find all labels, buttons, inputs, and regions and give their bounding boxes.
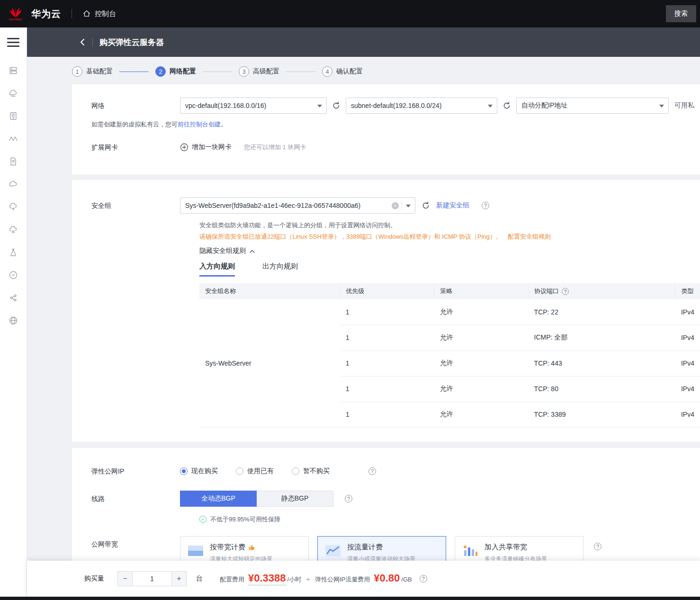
hint-text: 如需创建新的虚拟私有云，您可 (91, 121, 178, 128)
protocol-cell: TCP: 22 (529, 299, 675, 325)
vpc-select[interactable]: vpc-default(192.168.0.0/16) (180, 98, 327, 114)
hide-rules-toggle[interactable]: 隐藏安全组规则 (199, 247, 700, 255)
radio-icon (236, 467, 243, 475)
decrease-button[interactable] (117, 571, 133, 586)
sidebar-nav: IP (9, 66, 18, 325)
configure-rules-link[interactable]: 配置安全组规则 (508, 233, 551, 240)
new-security-group-link[interactable]: 新建安全组 (436, 201, 469, 210)
priority-cell: 1 (340, 376, 434, 402)
globe-icon[interactable] (9, 316, 18, 325)
quantity-input[interactable] (133, 571, 171, 586)
type-cell: IPv4 (675, 299, 700, 325)
config-fee-label: 配置费用 (220, 575, 244, 584)
wave-icon[interactable] (9, 134, 18, 143)
plus-circle-icon (180, 143, 188, 152)
step-1-circle: 1 (72, 66, 82, 77)
bandwidth-help-icon[interactable] (594, 543, 601, 550)
seg-dynamic-bgp[interactable]: 全动态BGP (180, 491, 257, 507)
svg-text:IP: IP (12, 274, 15, 277)
protocol-cell: TCP: 443 (529, 350, 675, 376)
protocol-help-icon[interactable] (562, 288, 569, 295)
step-network[interactable]: 2 网络配置 (155, 66, 196, 77)
security-group-select[interactable]: Sys-WebServer(fd9a9ab2-a1e1-46ec-912a-06… (180, 197, 415, 214)
purchase-bar: 购买量 台 配置费用 ¥0.3388 /小时 + 弹性公网IP流量费用 ¥0.8… (27, 561, 700, 597)
header-divider (92, 38, 93, 46)
cloud-dots-icon[interactable] (9, 89, 18, 98)
traffic-fee-label: 弹性公网IP流量费用 (315, 575, 370, 584)
refresh-subnet-icon[interactable] (502, 101, 512, 110)
security-card: 安全组 Sys-WebServer(fd9a9ab2-a1e1-46ec-912… (72, 180, 700, 442)
bw-card-shared[interactable]: 加入共享带宽 多业务流量错峰分布场景 (455, 536, 583, 561)
fee-help-icon[interactable] (420, 575, 427, 582)
bw-card-bandwidth[interactable]: 按带宽计费 流量较大或较稳定的场景 (180, 536, 309, 561)
bw-title: 加入共享带宽 (485, 543, 527, 552)
document-icon[interactable] (9, 157, 18, 166)
chevron-down-icon (488, 105, 493, 107)
radio-use-existing[interactable]: 使用已有 (236, 467, 274, 475)
cloud-upload-icon[interactable] (9, 202, 18, 212)
console-create-link[interactable]: 前往控制台创建 (178, 121, 221, 128)
clear-icon[interactable] (392, 202, 399, 209)
eip-help-icon[interactable] (368, 467, 376, 475)
hint-period: 。 (221, 121, 227, 128)
bgp-segmented: 全动态BGP 静态BGP (180, 491, 333, 507)
server-icon[interactable] (9, 111, 18, 121)
step-line (286, 72, 315, 72)
seg-static-bgp[interactable]: 静态BGP (257, 491, 333, 507)
menu-icon[interactable] (7, 38, 19, 47)
refresh-vpc-icon[interactable] (332, 101, 341, 110)
ip-assign-select[interactable]: 自动分配IP地址 (516, 98, 669, 114)
step-4-label: 确认配置 (336, 67, 363, 76)
vpc-value: vpc-default(192.168.0.0/16) (185, 102, 313, 109)
huawei-logo[interactable]: HUAWEI (5, 7, 27, 21)
bandwidth-options: 按带宽计费 流量较大或较稳定的场景 按流量计费 流量小或流量波动较大场景 (180, 536, 583, 561)
step-basic[interactable]: 1 基础配置 (72, 66, 113, 77)
radio-buy-now[interactable]: 现在购买 (180, 467, 218, 475)
eip-options: 现在购买 使用已有 暂不购买 (180, 463, 376, 479)
priority-cell: 1 (340, 325, 434, 350)
select-divider (402, 202, 402, 210)
console-link[interactable]: 控制台 (82, 9, 116, 18)
console-label: 控制台 (95, 9, 116, 18)
radio-not-now[interactable]: 暂不购买 (292, 467, 330, 475)
radio-icon (180, 467, 188, 475)
step-3-label: 高级配置 (253, 67, 279, 76)
bw-card-traffic[interactable]: 按流量计费 流量小或流量波动较大场景 (317, 536, 446, 561)
protocol-cell: ICMP: 全部 (529, 325, 675, 350)
add-nic-button[interactable]: 增加一块网卡 (180, 139, 232, 155)
ip-icon[interactable]: IP (9, 270, 18, 280)
server-stack-icon[interactable] (9, 66, 18, 75)
bw-desc: 多业务流量错峰分布场景 (485, 555, 547, 561)
eip-card: 弹性公网IP 现在购买 使用已有 暂不购买 线路 (72, 448, 700, 561)
type-cell: IPv4 (675, 402, 700, 427)
line-help-icon[interactable] (345, 495, 352, 502)
flask-icon[interactable] (9, 248, 18, 257)
col-type: 类型 (675, 283, 700, 299)
increase-button[interactable] (171, 571, 187, 586)
subnet-select[interactable]: subnet-default(192.168.0.0/24) (346, 98, 497, 114)
tab-outbound[interactable]: 出方向规则 (262, 262, 298, 277)
cloud-icon[interactable] (9, 179, 18, 189)
security-help-icon[interactable] (482, 202, 489, 209)
nic-hint: 您还可以增加 1 块网卡 (244, 139, 306, 155)
policy-cell: 允许 (434, 299, 529, 325)
availability-text: 不低于99.95%可用性保障 (210, 515, 280, 524)
step-advanced[interactable]: 3 高级配置 (239, 66, 279, 77)
search-button[interactable]: 搜索 (666, 5, 696, 22)
brand-name[interactable]: 华为云 (31, 8, 61, 20)
col-policy: 策略 (434, 283, 529, 299)
back-icon[interactable] (79, 38, 86, 46)
share-nodes-icon[interactable] (9, 293, 18, 303)
step-confirm[interactable]: 4 确认配置 (322, 66, 363, 77)
cloud-node-icon[interactable] (9, 225, 18, 234)
eip-label: 弹性公网IP (91, 463, 180, 479)
ip-assign-value: 自动分配IP地址 (521, 101, 655, 110)
refresh-sg-icon[interactable] (421, 201, 431, 210)
warning-text: 请确保所选安全组已放通22端口（Linux SSH登录），3389端口（Wind… (199, 233, 502, 240)
config-fee-price: ¥0.3388 (248, 572, 286, 585)
tab-inbound[interactable]: 入方向规则 (199, 262, 235, 277)
available-ip-label: 可用私 (674, 101, 694, 110)
thumbs-up-icon (248, 544, 255, 551)
line-label: 线路 (91, 491, 180, 507)
bandwidth-icon (187, 544, 204, 558)
